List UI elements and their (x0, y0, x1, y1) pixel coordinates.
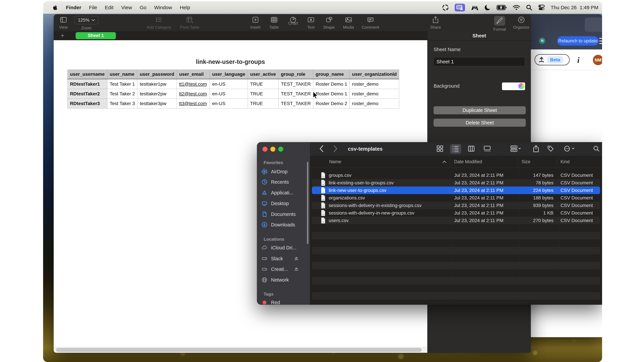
forward-button[interactable] (332, 145, 338, 153)
table-row[interactable]: RDtestTaker2Test Taker 2testtaker2pwtt2@… (68, 89, 399, 99)
more-actions-button[interactable] (564, 145, 574, 153)
column-size[interactable]: Size (522, 159, 530, 164)
eject-icon[interactable] (294, 256, 299, 261)
text-button[interactable]: Text (307, 16, 315, 30)
zoom-window-button[interactable] (278, 147, 283, 152)
table-row[interactable]: RDtestTaker1Test Taker 1testtaker1pwtt1@… (68, 79, 399, 89)
table-title[interactable]: link-new-user-to-groups (68, 58, 394, 65)
browser-dropdown-button[interactable] (585, 17, 602, 32)
tag-icon[interactable] (547, 145, 554, 153)
menu-bar-clock[interactable]: Thu Dec 26 1:49 PM (550, 5, 598, 10)
minimize-button[interactable] (270, 147, 276, 152)
spotlight-search-icon[interactable] (526, 4, 532, 11)
horizontal-scrollbar[interactable] (54, 347, 427, 353)
column-divider[interactable] (450, 158, 450, 166)
sidebar-item-downloads[interactable]: Downloads (262, 222, 295, 228)
sheet-tab[interactable]: Sheet 1 (76, 32, 116, 39)
delete-sheet-button[interactable]: Delete Sheet (434, 119, 526, 127)
sheet-name-input[interactable]: Sheet 1 (434, 57, 525, 66)
divider (434, 73, 525, 74)
sidebar-item-slack[interactable]: Slack (262, 256, 283, 261)
sidebar-item-icloud[interactable]: iCloud Dri... (262, 245, 296, 251)
column-view-button[interactable] (468, 145, 474, 153)
media-button[interactable]: Media (343, 16, 354, 30)
background-color-well[interactable] (502, 82, 525, 90)
view-button[interactable]: View (59, 16, 68, 30)
sort-ascending-icon[interactable] (442, 159, 446, 164)
globe-icon (262, 277, 267, 283)
sidebar-item-creative[interactable]: Creati... (262, 266, 288, 272)
sidebar-item-recents[interactable]: Recents (262, 179, 289, 185)
control-center-icon[interactable] (538, 4, 545, 11)
table-button[interactable]: Table (269, 16, 279, 30)
column-name[interactable]: Name (329, 159, 341, 164)
sync-status-icon[interactable] (442, 4, 449, 11)
background-label: Background (434, 83, 460, 89)
zoom-control[interactable]: 125% Zoom (74, 16, 98, 30)
duplicate-sheet-button[interactable]: Duplicate Sheet (434, 106, 526, 114)
eject-icon[interactable] (294, 267, 299, 272)
file-row[interactable]: groups.csvJul 23, 2024 at 2:11 PM147 byt… (312, 171, 600, 179)
table-header-row[interactable]: user_usernameuser_nameuser_passworduser_… (68, 70, 399, 79)
sidebar-item-red-tag[interactable]: Red (262, 300, 280, 305)
numbers-toolbar: View 125% Zoom Add Category Pivot Table … (54, 14, 531, 31)
menu-app-name[interactable]: Finder (66, 5, 81, 10)
sidebar-item-airdrop[interactable]: AirDrop (262, 169, 288, 174)
search-icon[interactable] (593, 145, 600, 153)
file-row-selected[interactable]: link-new-user-to-groups.csvJul 23, 2024 … (312, 187, 600, 194)
mountain-logo-icon[interactable] (471, 4, 478, 11)
color-wheel-icon[interactable] (518, 83, 524, 89)
finder-toolbar: csv-templates (310, 142, 602, 156)
sidebar-item-applications[interactable]: Applicati... (262, 190, 294, 196)
scrollbar-thumb[interactable] (56, 348, 422, 352)
column-date-modified[interactable]: Date Modified (454, 159, 482, 164)
shape-button[interactable]: Shape (323, 16, 335, 30)
add-sheet-button[interactable]: + (61, 33, 64, 39)
share-icon[interactable] (533, 145, 539, 153)
relaunch-to-update-button[interactable]: Relaunch to update (557, 36, 599, 45)
file-row[interactable]: users.csvJul 23, 2024 at 2:11 PM270 byte… (312, 217, 600, 224)
menu-go[interactable]: Go (140, 5, 146, 10)
do-not-disturb-moon-icon[interactable] (484, 4, 491, 11)
format-button[interactable]: Format (493, 16, 506, 32)
menu-file[interactable]: File (89, 5, 97, 10)
wifi-icon[interactable] (513, 5, 520, 10)
file-row[interactable]: link-existing-user-to-groups.csvJul 23, … (312, 179, 600, 187)
spreadsheet-table[interactable]: user_usernameuser_nameuser_passworduser_… (68, 69, 399, 108)
menu-edit[interactable]: Edit (105, 5, 114, 10)
battery-icon[interactable] (496, 5, 507, 10)
column-divider[interactable] (557, 158, 557, 166)
sidebar-scrollbar[interactable] (307, 162, 308, 244)
upload-beta-button[interactable]: Beta (534, 54, 570, 65)
csv-file-icon (321, 210, 326, 216)
file-row[interactable]: organizations.csvJul 23, 2024 at 2:11 PM… (312, 194, 600, 202)
comment-button[interactable]: Comment (362, 16, 379, 30)
chart-button[interactable]: Chart (288, 16, 298, 26)
file-row[interactable]: sessions-with-delivery-in-existing-group… (312, 202, 600, 209)
menu-help[interactable]: Help (180, 5, 190, 10)
share-button[interactable]: Share (430, 16, 441, 30)
user-avatar[interactable]: NM (593, 55, 602, 65)
sidebar-item-network[interactable]: Network (262, 277, 289, 283)
insert-button[interactable]: Insert (250, 16, 260, 30)
close-button[interactable] (262, 147, 268, 152)
icon-view-button[interactable] (436, 145, 443, 153)
list-view-button[interactable] (452, 145, 459, 153)
workspace-avatar[interactable]: N (539, 37, 546, 44)
column-kind[interactable]: Kind (560, 159, 570, 164)
screen-sharing-icon[interactable] (455, 4, 465, 11)
info-icon[interactable]: i (577, 55, 580, 65)
file-row[interactable]: sessions-with-delivery-in-new-groups.csv… (312, 209, 600, 217)
menu-view[interactable]: View (121, 5, 132, 10)
hamburger-menu-icon[interactable] (599, 38, 602, 44)
sidebar-item-documents[interactable]: Documents (262, 211, 296, 217)
back-button[interactable] (319, 145, 324, 153)
group-by-button[interactable] (510, 145, 521, 153)
apple-menu-icon[interactable] (52, 4, 58, 11)
sidebar-item-desktop[interactable]: Desktop (262, 201, 289, 206)
menu-window[interactable]: Window (154, 5, 172, 10)
organize-button[interactable]: Organize (513, 16, 529, 30)
table-row[interactable]: RDtestTaker3Test Taker 3testtaker3pwtt3@… (68, 99, 399, 108)
gallery-view-button[interactable] (484, 145, 491, 153)
locations-header: Locations (264, 237, 284, 242)
